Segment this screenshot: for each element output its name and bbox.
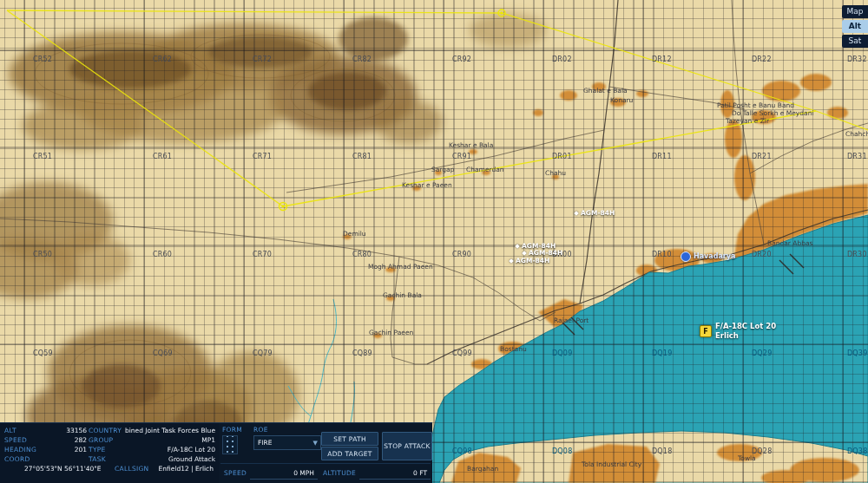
roe-label: ROE bbox=[253, 426, 268, 434]
speed-field-label: SPEED bbox=[224, 469, 247, 477]
airbase-label: Havadarya bbox=[694, 252, 735, 260]
group-value: MP1 bbox=[201, 436, 215, 444]
country-value: bined Joint Task Forces Blue bbox=[125, 427, 215, 434]
chevron-down-icon: ▼ bbox=[313, 440, 320, 447]
coord-value: 27°05'53"N 56°11'40"E bbox=[24, 465, 102, 473]
map-layer-buttons: MapAltSat bbox=[842, 5, 868, 48]
missile-track-label[interactable]: AGM-84H bbox=[523, 249, 562, 257]
info-row-coord: COORD bbox=[4, 455, 87, 463]
info-row-alt: ALT 33156 bbox=[4, 427, 87, 434]
info-row-task: TASK Ground Attack bbox=[89, 455, 215, 463]
map-layer-button[interactable]: Alt bbox=[842, 20, 868, 33]
info-row-group: GROUP MP1 bbox=[89, 436, 215, 444]
callsign-label: CALLSIGN bbox=[115, 465, 149, 473]
altitude-field-label: ALTITUDE bbox=[323, 469, 356, 477]
formation-icon[interactable] bbox=[222, 435, 238, 454]
player-aircraft-name-label: Erlich bbox=[715, 331, 739, 340]
map-layer-button[interactable]: Sat bbox=[842, 35, 868, 48]
missile-track-label[interactable]: AGM-84H bbox=[510, 257, 549, 264]
task-value: Ground Attack bbox=[168, 455, 215, 463]
type-label: TYPE bbox=[89, 446, 106, 454]
player-aircraft-icon[interactable]: F bbox=[700, 325, 712, 337]
airbase-icon[interactable] bbox=[681, 251, 691, 262]
altitude-field[interactable]: 0 FT bbox=[359, 467, 431, 480]
speed-field[interactable]: 0 MPH bbox=[250, 467, 318, 480]
alt-label: ALT bbox=[4, 427, 16, 434]
task-label: TASK bbox=[89, 455, 106, 463]
unit-info-panel: ALT 33156 SPEED 282 HEADING 201 COORD 27… bbox=[0, 422, 220, 483]
heading-value: 201 bbox=[75, 446, 87, 454]
dcs-f10-map-view[interactable]: CR52CR62CR72CR82CR92DR02DR12DR22DR32CR51… bbox=[0, 0, 868, 483]
unit-control-panel: FORM ROE FIRE ▼ SET PATH ADD TARGET STOP… bbox=[219, 422, 432, 483]
alt-value: 33156 bbox=[66, 427, 87, 434]
heading-label: HEADING bbox=[4, 446, 36, 454]
speed-label: SPEED bbox=[4, 436, 27, 444]
stop-attack-button[interactable]: STOP ATTACK bbox=[382, 432, 432, 460]
info-row-country: COUNTRY bined Joint Task Forces Blue bbox=[89, 427, 215, 434]
info-row-speed: SPEED 282 bbox=[4, 436, 87, 444]
roe-value: FIRE bbox=[254, 439, 313, 447]
info-row-callsign: CALLSIGN Enfield12 | Erlich bbox=[115, 465, 214, 473]
speed-value: 282 bbox=[75, 436, 87, 444]
type-value: F/A-18C Lot 20 bbox=[168, 446, 215, 454]
missile-labels-layer: AGM-84HAGM-84HAGM-84HAGM-84H bbox=[0, 0, 868, 483]
info-row-heading: HEADING 201 bbox=[4, 446, 87, 454]
callsign-value: Enfield12 | Erlich bbox=[159, 465, 214, 473]
panel-divider bbox=[220, 463, 431, 464]
country-label: COUNTRY bbox=[89, 427, 122, 434]
set-path-button[interactable]: SET PATH bbox=[321, 432, 378, 446]
info-row-type: TYPE F/A-18C Lot 20 bbox=[89, 446, 215, 454]
roe-dropdown[interactable]: FIRE ▼ bbox=[253, 435, 321, 450]
add-target-button[interactable]: ADD TARGET bbox=[321, 447, 378, 460]
missile-track-label[interactable]: AGM-84H bbox=[575, 209, 615, 217]
map-layer-button[interactable]: Map bbox=[842, 5, 868, 18]
coord-label: COORD bbox=[4, 455, 30, 463]
group-label: GROUP bbox=[89, 436, 113, 444]
form-label: FORM bbox=[222, 426, 242, 434]
player-aircraft-type-label: F/A-18C Lot 20 bbox=[715, 322, 776, 330]
